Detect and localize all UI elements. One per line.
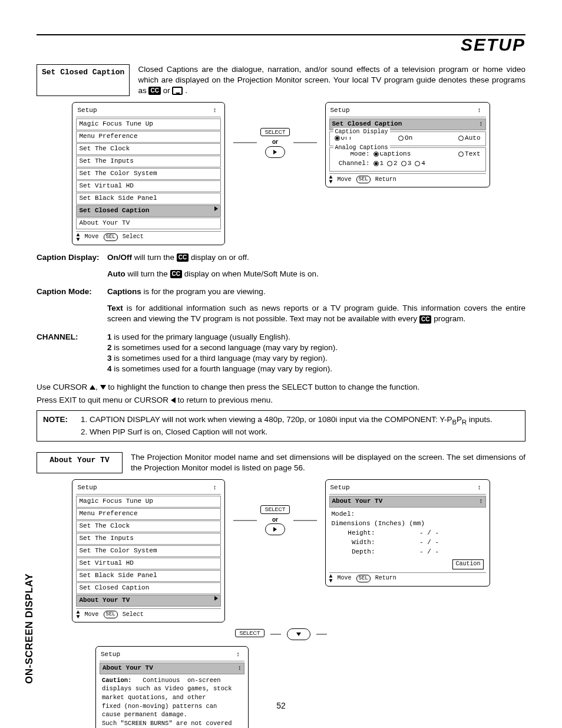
cc-icon: CC [148, 87, 160, 95]
closed-caption-intro: Closed Captions are the dialogue, narrat… [138, 64, 525, 97]
osd-set-closed-caption: Setup↕ Set Closed Caption↕ Caption Displ… [325, 102, 490, 187]
label-caption-mode: Caption Mode: [37, 286, 107, 325]
cursor-down-button [287, 628, 310, 640]
arrow-left-icon [171, 397, 176, 403]
cursor-right-button [265, 523, 285, 535]
osd-setup-menu-cc: Setup↕ Magic Focus Tune Up Menu Preferen… [72, 102, 225, 245]
osd-about-your-tv: Setup↕ About Your TV↕ Model: Dimensions … [325, 479, 490, 586]
radio-selected-icon [335, 136, 340, 141]
label-channel: CHANNEL: [37, 332, 107, 375]
speech-bubble-icon [172, 87, 183, 95]
caution-button: Caution [452, 559, 483, 569]
section-title-closed-caption: Set Closed Caption [37, 64, 130, 97]
osd-caution-screen: Setup↕ About Your TV↕ Caution: Continuou… [95, 646, 249, 728]
arrow-up-icon [90, 385, 95, 390]
exit-instructions: Press EXIT to quit menu or CURSOR to ret… [37, 395, 525, 406]
cursor-right-button [265, 146, 285, 158]
page-number: 52 [0, 700, 562, 711]
arrow-right-icon [214, 206, 218, 211]
cc-icon: CC [419, 315, 431, 324]
connector-select-down: SELECT [37, 628, 525, 640]
cursor-instructions: Use CURSOR , to highlight the function t… [37, 382, 525, 393]
about-tv-intro: The Projection Monitor model name and se… [131, 452, 525, 473]
page-header: SETUP [37, 33, 525, 57]
arrow-down-icon [100, 385, 106, 390]
label-caption-display: Caption Display: [37, 252, 107, 279]
cc-icon: CC [170, 270, 182, 278]
osd-setup-menu-about: Setup↕ Magic Focus Tune Up Menu Preferen… [72, 479, 225, 622]
arrow-right-icon [214, 596, 218, 601]
section-title-about-tv: About Your TV [37, 452, 123, 473]
connector-select-right: SELECT or [233, 479, 316, 535]
cc-icon: CC [177, 253, 189, 262]
side-tab-label: ON-SCREEN DISPLAY [23, 574, 37, 684]
note-box: NOTE: 1. CAPTION DISPLAY will not work w… [37, 410, 525, 442]
connector-select-right: SELECT or [233, 102, 316, 158]
